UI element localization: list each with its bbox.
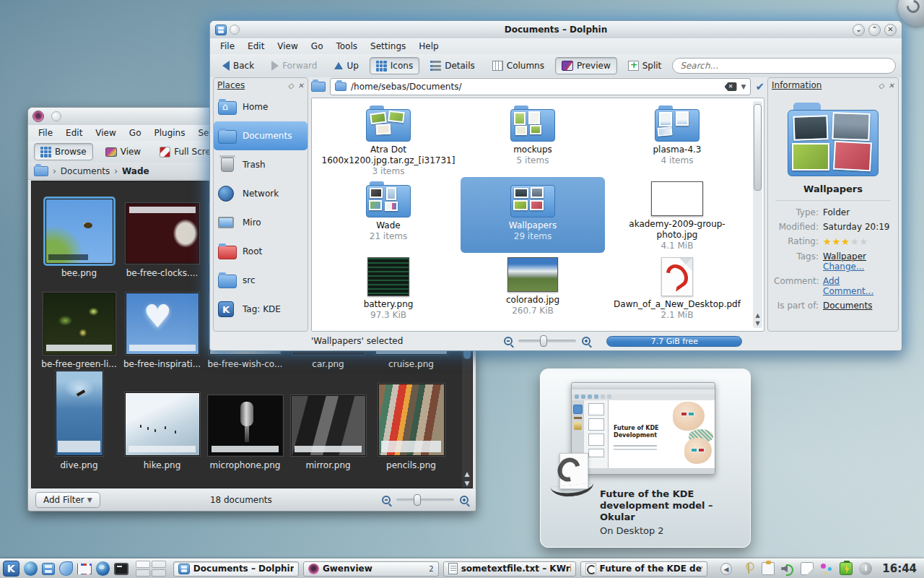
zoom-out-icon[interactable] — [382, 496, 391, 504]
kmail-launcher-icon[interactable] — [77, 564, 92, 574]
location-dropdown-icon[interactable]: ▼ — [741, 83, 746, 90]
konsole-launcher-icon[interactable] — [114, 563, 128, 575]
file-tile-battery[interactable]: battery.png 97.3 KiB — [316, 253, 461, 329]
task-gwenview[interactable]: Gwenview 2 — [303, 561, 439, 577]
detach-panel-icon[interactable]: ◇ — [879, 82, 884, 90]
sidebar-item-home[interactable]: Home — [214, 92, 308, 121]
scroll-up-arrow[interactable]: ▲ — [753, 311, 762, 319]
scroll-down-arrow[interactable]: ▼ — [753, 319, 762, 327]
klipper-clipboard-icon[interactable] — [762, 562, 775, 575]
detach-panel-icon[interactable]: ◇ — [288, 82, 294, 90]
dolphin-window[interactable]: Documents – Dolphin ⌄ ⌃ ✕ File Edit View… — [209, 20, 902, 351]
zoom-slider[interactable] — [396, 499, 454, 501]
partof-documents-link[interactable]: Documents — [823, 301, 872, 311]
forward-button[interactable]: Forward — [265, 57, 323, 74]
file-tile-wallpapers[interactable]: Wallpapers 29 items — [461, 177, 605, 253]
zoom-slider-knob[interactable] — [540, 335, 547, 347]
thumbnail-heart-cloud[interactable]: ♥ be-free-inspirati... — [121, 293, 204, 369]
places-header[interactable]: Places ◇✕ — [214, 78, 308, 92]
desktop-3-cell[interactable] — [136, 569, 150, 577]
menu-file[interactable]: File — [214, 40, 240, 53]
maximize-button[interactable]: ⌃ — [868, 24, 881, 36]
zoom-slider[interactable] — [518, 340, 576, 342]
thumbnail-green-lights[interactable]: be-free-green-li... — [38, 293, 121, 369]
thumbnail-hike[interactable]: hike.png — [121, 392, 204, 470]
breadcrumb-wade[interactable]: Wade — [122, 166, 149, 176]
device-notifier-icon[interactable] — [820, 562, 833, 575]
zoom-in-icon[interactable] — [582, 337, 590, 345]
plasma-toolbox-cashew[interactable] — [898, 0, 924, 26]
file-tile-mockups[interactable]: mockups 5 items — [461, 101, 605, 177]
zoom-in-icon[interactable] — [460, 496, 468, 504]
sidebar-item-documents[interactable]: Documents — [214, 121, 308, 150]
close-panel-icon[interactable]: ✕ — [298, 82, 304, 90]
menu-help[interactable]: Help — [413, 40, 444, 53]
sidebar-item-trash[interactable]: Trash — [214, 150, 308, 179]
task-okular[interactable]: Future of the KDE developme — [580, 561, 707, 577]
search-input[interactable] — [672, 58, 896, 74]
breadcrumb-folder-icon[interactable] — [34, 166, 48, 176]
window-menu-button[interactable] — [51, 111, 61, 121]
menu-file[interactable]: File — [32, 126, 58, 139]
view-button[interactable]: View — [99, 143, 147, 160]
menu-view[interactable]: View — [90, 126, 121, 139]
details-view-button[interactable]: Details — [424, 57, 481, 74]
information-header[interactable]: Information ◇✕ — [768, 78, 898, 92]
menu-settings[interactable]: Settings — [365, 40, 411, 53]
dolphin-scrollbar[interactable]: ▲ ▼ — [753, 101, 762, 328]
menu-tools[interactable]: Tools — [330, 40, 363, 53]
notes-icon[interactable] — [801, 562, 814, 575]
location-path[interactable]: /home/sebas/Documents/ — [351, 82, 720, 92]
scroll-up-arrow[interactable]: ▲ — [462, 470, 472, 478]
dolphin-launcher-icon[interactable] — [42, 563, 55, 575]
location-bar[interactable]: /home/sebas/Documents/ ✕ ▼ — [330, 78, 751, 95]
file-tile-plasma43[interactable]: plasma-4.3 4 items — [605, 101, 749, 177]
back-button[interactable]: Back — [216, 57, 261, 74]
thumbnail-pencils[interactable]: pencils.png — [370, 384, 453, 470]
zoom-out-icon[interactable] — [504, 337, 513, 345]
columns-view-button[interactable]: Columns — [486, 57, 551, 74]
thumbnail-clocks[interactable]: be-free-clocks.... — [121, 203, 204, 278]
notifications-info-icon[interactable]: i — [859, 562, 872, 575]
rating-stars[interactable]: ★★★★★ — [823, 236, 868, 247]
volume-icon[interactable] — [781, 562, 794, 575]
close-button[interactable]: ✕ — [884, 24, 897, 36]
menu-go[interactable]: Go — [123, 126, 147, 139]
file-tile-atra-dot[interactable]: Atra Dot 1600x1200.jpg.tar.gz_[i31731] 3… — [316, 101, 461, 177]
network-status-icon[interactable] — [742, 562, 755, 575]
thumbnail-mirror[interactable]: mirror.png — [287, 395, 370, 470]
clear-location-icon[interactable]: ✕ — [725, 82, 737, 91]
system-settings-launcher-icon[interactable] — [24, 561, 38, 576]
dolphin-titlebar[interactable]: Documents – Dolphin ⌄ ⌃ ✕ — [210, 21, 902, 38]
sidebar-item-src[interactable]: src — [214, 266, 308, 295]
menu-view[interactable]: View — [271, 40, 303, 53]
minimize-button[interactable]: ⌄ — [853, 24, 865, 36]
split-button[interactable]: Split — [622, 57, 668, 74]
file-tile-colorado[interactable]: colorado.jpg 260.7 KiB — [461, 253, 605, 329]
sidebar-item-root[interactable]: Root — [214, 237, 308, 266]
icons-view-button[interactable]: Icons — [370, 57, 419, 74]
sidebar-item-miro[interactable]: Miro — [214, 208, 308, 237]
desktop-2-cell[interactable] — [152, 561, 166, 568]
location-folder-button[interactable] — [311, 82, 326, 92]
menu-plugins[interactable]: Plugins — [148, 126, 191, 139]
menu-go[interactable]: Go — [305, 40, 329, 53]
file-tile-pdf[interactable]: Dawn_of_a_New_Desktop.pdf 2.1 MiB — [605, 253, 749, 329]
menu-edit[interactable]: Edit — [60, 126, 88, 139]
scroll-down-arrow[interactable]: ▼ — [462, 479, 472, 488]
desktop-4-cell[interactable] — [152, 569, 166, 577]
file-tile-wade[interactable]: Wade 21 items — [316, 177, 461, 253]
scrollbar-thumb[interactable] — [754, 104, 762, 191]
task-kwrite[interactable]: sometextfile.txt – KWrite — [443, 561, 576, 577]
konqueror-launcher-icon[interactable] — [96, 561, 110, 576]
up-button[interactable]: Up — [328, 57, 365, 74]
kickoff-launcher-button[interactable]: K — [3, 561, 19, 577]
virtual-desktop-pager[interactable] — [136, 561, 166, 577]
tray-expander-icon[interactable]: ◀ — [720, 563, 733, 575]
change-tags-link[interactable]: Change... — [823, 262, 864, 272]
desktop-1-cell[interactable] — [136, 561, 150, 568]
battery-icon[interactable] — [840, 562, 853, 575]
sidebar-item-tag-kde[interactable]: K Tag: KDE — [214, 295, 308, 324]
thumbnail-dive[interactable]: dive.png — [38, 371, 121, 470]
accept-location-icon[interactable]: ✔ — [755, 80, 764, 93]
